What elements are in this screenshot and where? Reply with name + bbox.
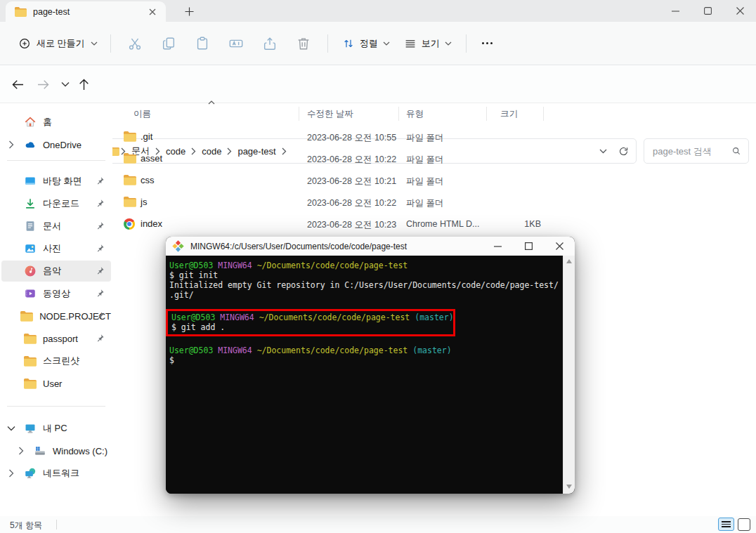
sidebar-item-screenshots[interactable]: 스크린샷: [1, 350, 111, 371]
sort-label: 정렬: [360, 37, 378, 50]
pin-icon: [96, 289, 105, 298]
explorer-toolbar: 새로 만들기 정렬: [0, 22, 756, 65]
terminal-maximize-button[interactable]: [513, 237, 544, 256]
pc-icon: [24, 422, 37, 435]
file-row-git[interactable]: .git 2023-06-28 오전 10:55 파일 폴더: [116, 126, 756, 148]
folder-icon: [24, 355, 37, 367]
view-button[interactable]: 보기: [397, 33, 459, 54]
explorer-tab[interactable]: page-test: [6, 1, 166, 22]
delete-button[interactable]: [287, 30, 320, 57]
scroll-down-icon[interactable]: [566, 485, 572, 489]
highlight-annotation-box: User@D503 MINGW64 ~/Documents/code/code/…: [166, 309, 455, 336]
view-lines-icon: [404, 37, 417, 50]
terminal-line: $: [169, 355, 559, 365]
terminal-block: User@D503 MINGW64 ~/Documents/code/code/…: [169, 261, 559, 300]
item-count: 5개 항목: [10, 520, 42, 532]
terminal-close-button[interactable]: [544, 237, 575, 256]
maximize-button[interactable]: [691, 0, 724, 22]
address-row: 문서 code code page-test: [0, 66, 756, 103]
folder-icon: [24, 332, 37, 345]
new-item-label: 새로 만들기: [37, 37, 85, 50]
terminal-window[interactable]: MINGW64:/c/Users/User/Documents/code/cod…: [166, 237, 575, 494]
new-tab-button[interactable]: [180, 3, 198, 20]
sort-arrows-icon: [342, 37, 355, 50]
column-header-type[interactable]: 유형: [406, 108, 424, 120]
scroll-up-icon[interactable]: [566, 259, 572, 263]
forward-button[interactable]: [31, 72, 55, 96]
cut-button[interactable]: [118, 30, 152, 57]
sidebar-item-documents[interactable]: 문서: [1, 216, 111, 237]
explorer-tab-strip: page-test: [0, 0, 756, 22]
terminal-scrollbar[interactable]: [563, 256, 575, 494]
close-button[interactable]: [724, 0, 756, 22]
window-controls: [659, 0, 756, 22]
music-icon: [24, 265, 37, 277]
onedrive-cloud-icon: [24, 138, 37, 151]
tab-title: page-test: [33, 7, 145, 17]
chevron-down-icon[interactable]: [6, 423, 16, 433]
clipboard-buttons: [118, 30, 320, 57]
sidebar-item-user[interactable]: User: [1, 373, 111, 394]
file-list-header: 이름 수정한 날짜 유형 크기: [116, 104, 756, 124]
sidebar-item-videos[interactable]: 동영상: [1, 283, 111, 304]
terminal-line: Initialized empty Git repository in C:/U…: [169, 280, 559, 290]
file-row-js[interactable]: js 2023-06-28 오전 10:22 파일 폴더: [116, 192, 756, 213]
sidebar-item-home[interactable]: 홈: [1, 112, 111, 133]
sidebar-divider: [7, 160, 105, 161]
plus-circle-icon: [18, 37, 31, 50]
toolbar-divider: [110, 34, 111, 53]
large-icons-view-toggle[interactable]: [738, 518, 750, 531]
terminal-line: $ git init: [169, 270, 559, 280]
share-button[interactable]: [253, 30, 287, 57]
view-label: 보기: [422, 37, 440, 50]
folder-icon: [124, 175, 136, 185]
sort-button[interactable]: 정렬: [335, 33, 397, 54]
desktop-icon: [24, 175, 37, 187]
file-row-index[interactable]: index 2023-06-28 오전 10:23 Chrome HTML D.…: [116, 213, 756, 235]
minimize-button[interactable]: [659, 0, 691, 22]
chevron-right-icon[interactable]: [6, 468, 16, 478]
sidebar-item-this-pc[interactable]: 내 PC: [1, 418, 111, 439]
terminal-line: User@D503 MINGW64 ~/Documents/code/code/…: [169, 261, 559, 270]
back-button[interactable]: [6, 72, 30, 96]
tab-close-button[interactable]: [145, 4, 160, 20]
column-header-name[interactable]: 이름: [133, 108, 151, 120]
more-options-button[interactable]: [474, 30, 502, 57]
sidebar-item-downloads[interactable]: 다운로드: [1, 193, 111, 214]
sidebar-item-node-project[interactable]: NODE.PROJECT: [1, 305, 111, 327]
sidebar-item-onedrive[interactable]: OneDrive: [1, 134, 111, 155]
paste-button[interactable]: [185, 30, 219, 57]
terminal-output[interactable]: User@D503 MINGW64 ~/Documents/code/code/…: [166, 256, 575, 494]
terminal-titlebar[interactable]: MINGW64:/c/Users/User/Documents/code/cod…: [166, 237, 575, 256]
sidebar-item-passport[interactable]: passport: [1, 328, 111, 349]
pin-icon: [96, 311, 105, 320]
sidebar-item-desktop[interactable]: 바탕 화면: [1, 171, 111, 192]
copy-button[interactable]: [152, 30, 185, 57]
chevron-right-icon[interactable]: [16, 446, 26, 456]
column-header-date[interactable]: 수정한 날짜: [307, 108, 353, 120]
sidebar-item-network[interactable]: 네트워크: [1, 463, 111, 484]
sidebar-item-windows-c[interactable]: Windows (C:): [1, 440, 111, 461]
document-icon: [24, 220, 37, 232]
video-icon: [24, 287, 37, 300]
pictures-icon: [24, 242, 37, 255]
sidebar-item-music[interactable]: 음악: [1, 261, 111, 282]
file-row-css[interactable]: css 2023-06-28 오전 10:21 파일 폴더: [116, 170, 756, 192]
terminal-minimize-button[interactable]: [482, 237, 513, 256]
column-header-size[interactable]: 크기: [500, 108, 518, 120]
details-view-toggle[interactable]: [718, 518, 734, 531]
sidebar-item-pictures[interactable]: 사진: [1, 238, 111, 259]
rename-button[interactable]: [219, 30, 253, 57]
up-button[interactable]: [72, 72, 96, 96]
folder-icon: [124, 131, 136, 142]
folder-icon: [24, 377, 37, 390]
file-row-asset[interactable]: asset 2023-06-28 오전 10:22 파일 폴더: [116, 148, 756, 170]
toolbar-divider: [466, 34, 467, 53]
new-item-button[interactable]: 새로 만들기: [13, 33, 103, 54]
chevron-right-icon[interactable]: [6, 140, 16, 150]
screen: { "window": { "tab_title": "page-test", …: [0, 0, 756, 533]
sort-ascending-icon: [208, 100, 215, 105]
chevron-down-icon: [445, 41, 452, 46]
folder-icon: [20, 310, 33, 322]
terminal-title: MINGW64:/c/Users/User/Documents/code/cod…: [190, 242, 407, 251]
